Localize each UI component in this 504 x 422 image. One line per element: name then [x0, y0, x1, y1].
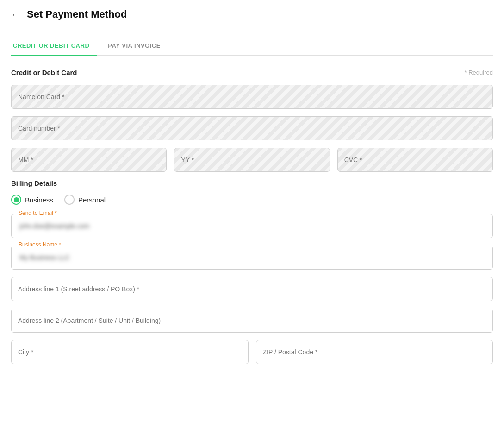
required-note: * Required [465, 69, 493, 76]
business-name-label: Business Name * [17, 241, 63, 248]
billing-type-radio-group: Business Personal [11, 195, 493, 205]
name-on-card-label: Name on Card * [18, 93, 64, 101]
page-title: Set Payment Method [27, 8, 127, 20]
personal-radio-text: Personal [78, 196, 106, 204]
card-section-heading: Credit or Debit Card [11, 69, 77, 76]
back-button[interactable]: ← [11, 9, 20, 20]
personal-radio-circle[interactable] [64, 195, 75, 205]
address-line2-input[interactable] [18, 317, 486, 324]
tab-credit-debit[interactable]: CREDIT OR DEBIT CARD [11, 38, 97, 56]
business-radio-circle[interactable] [11, 195, 21, 205]
name-on-card-field[interactable]: Name on Card * [11, 85, 493, 109]
city-field[interactable] [11, 340, 249, 364]
business-radio-text: Business [25, 196, 53, 204]
business-radio-label[interactable]: Business [11, 195, 53, 205]
mm-field[interactable]: MM * [11, 148, 167, 172]
card-expiry-cvc-row: MM * YY * CVC * [11, 148, 493, 172]
card-number-field[interactable]: Card number * [11, 116, 493, 140]
address-line1-input[interactable] [18, 285, 486, 293]
business-name-field[interactable]: Business Name * My Business LLC [11, 246, 493, 270]
card-section-heading-row: Credit or Debit Card * Required [11, 69, 493, 76]
business-name-input[interactable] [11, 246, 493, 270]
tab-invoice[interactable]: PAY VIA INVOICE [106, 38, 168, 56]
billing-section-heading: Billing Details [11, 179, 493, 187]
page-header: ← Set Payment Method [0, 0, 504, 26]
personal-radio-label[interactable]: Personal [64, 195, 106, 205]
zip-input[interactable] [263, 348, 486, 356]
card-number-label: Card number * [18, 125, 60, 132]
mm-label: MM * [18, 156, 33, 164]
address-line2-field[interactable] [11, 309, 493, 333]
main-content: CREDIT OR DEBIT CARD PAY VIA INVOICE Cre… [0, 26, 504, 383]
tabs-container: CREDIT OR DEBIT CARD PAY VIA INVOICE [11, 38, 493, 56]
city-zip-row [11, 340, 493, 364]
cvc-field[interactable]: CVC * [337, 148, 493, 172]
back-icon: ← [11, 9, 20, 20]
yy-label: YY * [181, 156, 194, 164]
yy-field[interactable]: YY * [174, 148, 330, 172]
cvc-label: CVC * [344, 156, 362, 164]
send-to-email-field[interactable]: Send to Email * john.doe@example.com [11, 214, 493, 238]
send-to-email-label: Send to Email * [17, 210, 59, 216]
city-input[interactable] [18, 348, 242, 356]
address-line1-field[interactable] [11, 277, 493, 301]
zip-field[interactable] [256, 340, 493, 364]
send-to-email-input[interactable] [11, 214, 493, 238]
